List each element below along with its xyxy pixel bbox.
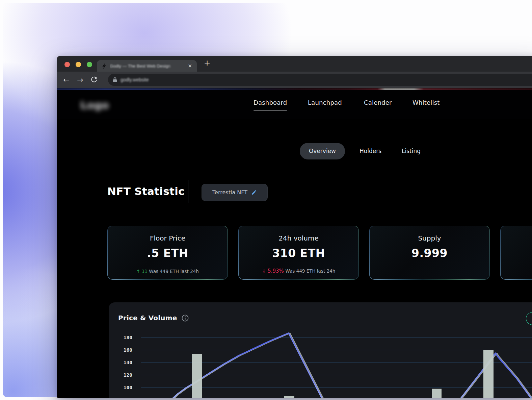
stat-card-24h-volume: 24h volume310 ETH↓ 5.93% Was 449 ETH las… bbox=[238, 226, 359, 280]
nav-item-dashboard[interactable]: Dashboard bbox=[254, 99, 287, 106]
y-axis-tick: 160 bbox=[124, 347, 132, 353]
volume-bar bbox=[432, 389, 442, 398]
stat-card-delta: ↓ 5.93% Was 449 ETH last 24h bbox=[239, 268, 358, 274]
stat-card-label: 24h volume bbox=[239, 234, 358, 242]
collection-name: Terrestia NFT bbox=[212, 189, 247, 196]
active-nav-underline bbox=[254, 110, 287, 110]
stat-card-supply: Supply9.999 bbox=[369, 226, 490, 280]
new-tab-button[interactable]: + bbox=[204, 58, 210, 67]
page-title: NFT Statistic bbox=[107, 185, 185, 197]
avg-price-line bbox=[458, 353, 532, 398]
close-tab-icon[interactable]: × bbox=[186, 63, 193, 69]
browser-tab[interactable]: Godly — The Best Web Design × bbox=[97, 60, 197, 72]
stat-card-cropped bbox=[500, 226, 532, 280]
stat-card-floor-price: Floor Price.5 ETH↑ 11 Was 449 ETH last 2… bbox=[107, 226, 228, 280]
stat-card-delta: ↑ 11 Was 449 ETH last 24h bbox=[108, 269, 228, 274]
reload-icon[interactable] bbox=[89, 76, 99, 84]
y-axis-tick: 180 bbox=[124, 335, 132, 340]
arrow-up-icon: ↑ bbox=[136, 269, 142, 274]
forward-icon[interactable]: → bbox=[76, 76, 85, 84]
screenshot-stage: Godly — The Best Web Design × + ← → godl… bbox=[0, 0, 532, 400]
zoom-window-button[interactable] bbox=[87, 62, 92, 67]
stat-card-label: Floor Price bbox=[108, 234, 228, 242]
info-icon[interactable] bbox=[182, 315, 189, 322]
volume-bar bbox=[483, 350, 494, 398]
tab-strip: Godly — The Best Web Design × + bbox=[57, 56, 532, 72]
chart-title: Price & Volume bbox=[118, 314, 177, 322]
window-controls bbox=[64, 62, 92, 67]
chart-panel: Price & Volume Avg. PricePrice Range bbox=[109, 302, 532, 398]
tab-title: Godly — The Best Web Design bbox=[110, 64, 183, 69]
minimize-window-button[interactable] bbox=[76, 62, 81, 67]
browser-toolbar: ← → godly.website bbox=[57, 72, 532, 88]
nav-item-calender[interactable]: Calender bbox=[364, 99, 392, 106]
price-volume-chart: 180160140120100 bbox=[109, 329, 532, 398]
y-axis-tick: 120 bbox=[124, 372, 132, 378]
url-text: godly.website bbox=[121, 77, 149, 82]
collection-select-button[interactable]: Terrestia NFT bbox=[202, 184, 268, 201]
url-bar[interactable]: godly.website bbox=[108, 74, 532, 86]
y-axis-tick: 100 bbox=[124, 385, 132, 390]
view-tab-overview[interactable]: Overview bbox=[300, 143, 345, 159]
delta-note: Was 449 ETH last 24h bbox=[286, 268, 336, 274]
site-logo[interactable]: Logo bbox=[80, 99, 109, 111]
close-window-button[interactable] bbox=[64, 62, 70, 67]
lock-icon bbox=[113, 77, 117, 82]
arrow-down-icon: ↓ bbox=[262, 268, 268, 274]
back-icon[interactable]: ← bbox=[62, 76, 71, 84]
view-tab-holders[interactable]: Holders bbox=[360, 148, 381, 154]
avg-price-line-shadow bbox=[459, 353, 532, 398]
stat-cards-row: Floor Price.5 ETH↑ 11 Was 449 ETH last 2… bbox=[107, 226, 532, 280]
volume-bar bbox=[192, 354, 202, 398]
pencil-icon bbox=[251, 190, 257, 195]
browser-window: Godly — The Best Web Design × + ← → godl… bbox=[57, 56, 532, 398]
volume-bar bbox=[284, 396, 294, 398]
stat-card-value: 310 ETH bbox=[239, 247, 358, 260]
stat-card-value: .5 ETH bbox=[108, 247, 228, 260]
view-tab-listing[interactable]: Listing bbox=[402, 148, 421, 154]
site-header: Logo DashboardLaunchpadCalenderWhitelist bbox=[57, 90, 532, 119]
delta-value: 11 bbox=[142, 269, 149, 274]
delta-note: Was 449 ETH last 24h bbox=[149, 269, 199, 274]
delta-value: 5.93% bbox=[268, 268, 285, 274]
stat-card-value: 9.999 bbox=[370, 247, 489, 260]
title-divider bbox=[188, 180, 188, 203]
y-axis-tick: 140 bbox=[124, 360, 132, 365]
nav-item-whitelist[interactable]: Whitelist bbox=[413, 99, 440, 106]
stat-card-label: Supply bbox=[370, 234, 489, 242]
webpage: Logo DashboardLaunchpadCalenderWhitelist… bbox=[57, 88, 532, 398]
lightning-bolt-icon bbox=[102, 63, 107, 69]
chart-filter-avg-price[interactable]: Avg. Price bbox=[526, 312, 532, 325]
nav-item-launchpad[interactable]: Launchpad bbox=[308, 99, 342, 106]
